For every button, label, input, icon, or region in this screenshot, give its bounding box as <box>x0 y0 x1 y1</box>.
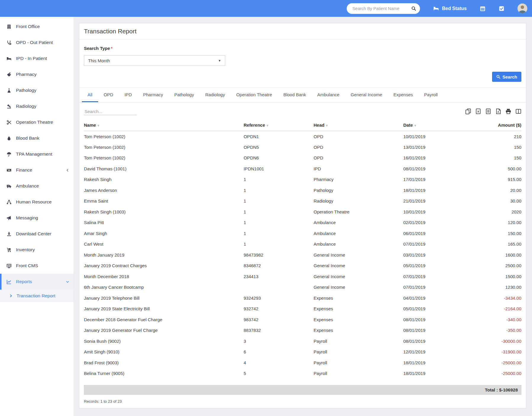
tab-operation-theatre[interactable]: Operation Theatre <box>231 88 278 102</box>
column-header-head[interactable]: Head▾ <box>314 121 403 131</box>
excel-file-icon[interactable]: x <box>475 108 481 114</box>
sidebar-item-tpa-management[interactable]: TPA Management <box>0 146 74 162</box>
sidebar-item-inventory[interactable]: Inventory <box>0 242 74 258</box>
sidebar-item-pathology[interactable]: Pathology <box>0 82 74 98</box>
tab-all[interactable]: All <box>82 88 98 102</box>
cell-name: Rakesh Singh <box>84 174 244 185</box>
table-toolbar: xA <box>79 102 526 121</box>
cell-reference: 234413 <box>244 271 314 282</box>
sort-caret-icon: ▾ <box>414 123 416 128</box>
table-row[interactable]: Sonia Bush (9002)3Payroll08/01/2019-3000… <box>84 336 521 347</box>
table-row[interactable]: January 2019 Contract Charges8346872Gene… <box>84 260 521 271</box>
tab-opd[interactable]: OPD <box>98 88 119 102</box>
cell-amount: 30.00 <box>465 196 521 207</box>
tab-payroll[interactable]: Payroll <box>419 88 443 102</box>
tab-blood-bank[interactable]: Blood Bank <box>278 88 312 102</box>
cell-reference: 1 <box>244 239 314 250</box>
table-row[interactable]: David Thomas (1001)IPDN1001IPD08/01/2019… <box>84 163 521 174</box>
tab-ambulance[interactable]: Ambulance <box>312 88 345 102</box>
sidebar-item-download-center[interactable]: Download Center <box>0 226 74 242</box>
sidebar-item-ipd-in-patient[interactable]: IPD - In Patient <box>0 50 74 66</box>
table-row[interactable]: Amar Singh1Ambulance06/01/2019150.00 <box>84 228 521 239</box>
table-row[interactable]: James Anderson1Pathology18/01/201920.00 <box>84 185 521 196</box>
table-row[interactable]: January 2019 Generator Fuel Charge883783… <box>84 325 521 336</box>
sort-caret-icon: ▾ <box>98 123 99 128</box>
column-header-date[interactable]: Date▾ <box>403 121 464 131</box>
column-header-name[interactable]: Name▾ <box>84 121 244 131</box>
sidebar-item-front-office[interactable]: Front Office <box>0 19 74 35</box>
sidebar-item-ambulance[interactable]: Ambulance <box>0 178 74 194</box>
bed-icon <box>7 56 12 61</box>
sidebar-item-finance[interactable]: Finance <box>0 162 74 178</box>
mortar-icon <box>7 72 12 77</box>
avatar[interactable] <box>518 4 527 13</box>
table-row[interactable]: 6th January Cancer BootcampGeneral Incom… <box>84 282 521 293</box>
table-row[interactable]: Emma Saint1Radiology21/01/201930.00 <box>84 196 521 207</box>
search-type-select[interactable]: This Month ▼ <box>84 55 225 66</box>
table-row[interactable]: January 2019 State Electricity Bill93274… <box>84 304 521 314</box>
table-row[interactable]: Belina Turner (9005)5Payroll18/01/2019-2… <box>84 368 521 379</box>
sidebar-item-messaging[interactable]: Messaging <box>0 210 74 226</box>
table-row[interactable]: Tom Peterson (1002)OPDN5OPD13/01/2019150 <box>84 142 521 153</box>
tab-general-income[interactable]: General Income <box>345 88 388 102</box>
table-row[interactable]: Month December 2018234413General Income0… <box>84 271 521 282</box>
table-row[interactable]: Tom Peterson (1002)OPDN1OPD10/01/2019210 <box>84 131 521 142</box>
cell-name: Belina Turner (9005) <box>84 368 244 379</box>
sidebar-item-pharmacy[interactable]: Pharmacy <box>0 66 74 82</box>
droplet-icon <box>7 136 12 141</box>
table-row[interactable]: Carl West1Ambulance07/01/2019165.00 <box>84 239 521 250</box>
cell-amount: -31900.00 <box>465 347 521 358</box>
cell-head: Expenses <box>314 304 403 314</box>
copy-icon[interactable] <box>465 108 471 114</box>
sidebar-item-front-cms[interactable]: Front CMS <box>0 258 74 274</box>
chart-line-icon <box>7 279 12 284</box>
sidebar-item-blood-bank[interactable]: Blood Bank <box>0 130 74 146</box>
cell-name: David Thomas (1001) <box>84 163 244 174</box>
cell-name: Rakesh Singh (1003) <box>84 206 244 217</box>
cell-head: Payroll <box>314 336 403 347</box>
columns-icon[interactable] <box>515 108 521 114</box>
pdf-file-icon[interactable]: A <box>495 108 501 114</box>
table-row[interactable]: Rakesh Singh1Pharmacy17/01/2019915.00 <box>84 174 521 185</box>
table-row[interactable]: Brad Frost (9003)4Payroll18/01/2019-2500… <box>84 357 521 368</box>
sidebar-item-human-resource[interactable]: Human Resource <box>0 194 74 210</box>
patient-search-input[interactable] <box>352 6 411 11</box>
text-file-icon[interactable] <box>485 108 491 114</box>
umbrella-icon <box>7 152 12 157</box>
sidebar-item-radiology[interactable]: Radiology <box>0 98 74 114</box>
cell-amount: -30000.00 <box>465 336 521 347</box>
table-row[interactable]: Tom Peterson (1002)OPDN6OPD16/01/2019150 <box>84 153 521 164</box>
table-row[interactable]: January 2019 Telephone Bill9324293Expens… <box>84 293 521 304</box>
cell-amount: 1500.00 <box>465 271 521 282</box>
tab-radiology[interactable]: Radiology <box>200 88 231 102</box>
tab-pharmacy[interactable]: Pharmacy <box>137 88 169 102</box>
sidebar-item-operation-theatre[interactable]: Operation Theatre <box>0 114 74 130</box>
microscope-icon <box>7 104 12 109</box>
cell-date: 12/01/2019 <box>403 347 464 358</box>
sidebar-item-label: OPD - Out Patient <box>16 40 69 45</box>
records-summary: Records: 1 to 23 of 23 <box>79 395 526 408</box>
bed-status-button[interactable]: Bed Status <box>433 6 467 11</box>
calendar-icon[interactable] <box>480 6 486 12</box>
table-row[interactable]: Rakesh Singh (1003)1Operation Theatre10/… <box>84 206 521 217</box>
filter-section: Search Type* This Month ▼ Search <box>79 40 526 88</box>
cell-head: OPD <box>314 131 403 142</box>
sidebar-item-reports[interactable]: Reports <box>0 274 74 290</box>
tab-ipd[interactable]: IPD <box>119 88 137 102</box>
table-row[interactable]: December 2018 Generator Fuel Charge98374… <box>84 314 521 325</box>
cell-reference: OPDN6 <box>244 153 314 164</box>
sidebar-item-opd-out-patient[interactable]: OPD - Out Patient <box>0 35 74 50</box>
search-button[interactable]: Search <box>492 72 521 82</box>
tab-pathology[interactable]: Pathology <box>169 88 200 102</box>
table-row[interactable]: Salina Pitt1Ambulance02/01/2019120.00 <box>84 217 521 228</box>
tasks-icon[interactable] <box>499 6 505 12</box>
table-row[interactable]: Amit Singh (9010)6Payroll12/01/2019-3190… <box>84 347 521 358</box>
table-search-input[interactable] <box>84 108 137 115</box>
tab-expenses[interactable]: Expenses <box>388 88 419 102</box>
column-header-reference[interactable]: Reference▾ <box>244 121 314 131</box>
search-icon[interactable] <box>411 6 416 11</box>
sidebar-item-label: Inventory <box>16 247 69 252</box>
sidebar-subitem-transaction-report[interactable]: Transaction Report <box>0 290 74 302</box>
print-icon[interactable] <box>505 108 511 114</box>
table-row[interactable]: Month January 201998473982General Income… <box>84 249 521 260</box>
